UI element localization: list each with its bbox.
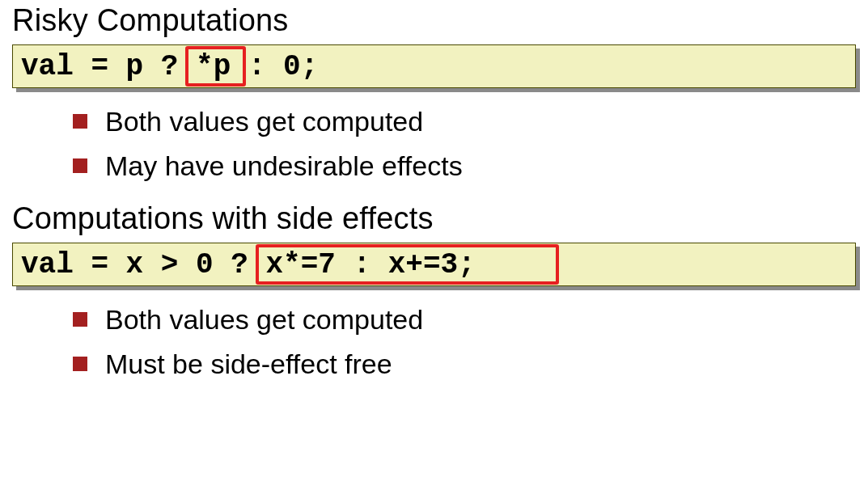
bullet-text: May have undesirable effects bbox=[105, 150, 463, 182]
code-box-2: val = x > 0 ? x*=7 : x+=3; bbox=[12, 243, 856, 286]
list-item: May have undesirable effects bbox=[73, 150, 856, 182]
bullet-text: Both values get computed bbox=[105, 304, 423, 336]
bullets-section-1: Both values get computed May have undesi… bbox=[73, 106, 856, 182]
section-heading-side-effects: Computations with side effects bbox=[12, 201, 856, 236]
list-item: Both values get computed bbox=[73, 106, 856, 137]
section-heading-risky: Risky Computations bbox=[12, 3, 856, 38]
square-bullet-icon bbox=[73, 158, 87, 173]
list-item: Must be side-effect free bbox=[73, 348, 856, 380]
bullets-section-2: Both values get computed Must be side-ef… bbox=[73, 304, 856, 380]
square-bullet-icon bbox=[73, 312, 87, 327]
code-line-2: val = x > 0 ? x*=7 : x+=3; bbox=[21, 250, 847, 281]
code-box-2-wrap: val = x > 0 ? x*=7 : x+=3; bbox=[12, 243, 856, 286]
bullet-text: Must be side-effect free bbox=[105, 348, 392, 380]
square-bullet-icon bbox=[73, 357, 87, 371]
code-box-1: val = p ? *p : 0; bbox=[12, 44, 856, 88]
bullet-text: Both values get computed bbox=[105, 106, 423, 137]
code-line-1: val = p ? *p : 0; bbox=[21, 52, 847, 82]
list-item: Both values get computed bbox=[73, 304, 856, 336]
code-box-1-wrap: val = p ? *p : 0; bbox=[12, 44, 856, 88]
square-bullet-icon bbox=[73, 114, 87, 129]
